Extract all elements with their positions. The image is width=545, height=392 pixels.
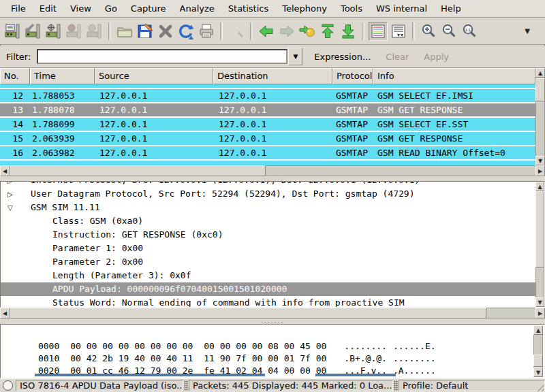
menu-go[interactable]: Go <box>98 1 124 16</box>
scroll-thumb[interactable] <box>10 308 486 318</box>
scroll-thumb[interactable] <box>535 78 545 101</box>
tree-row-length[interactable]: Length (Parameter 3): 0x0f <box>1 269 544 282</box>
tree-row-instruction[interactable]: Instruction: GET RESPONSE (0xc0) <box>1 228 544 242</box>
apply-button[interactable]: Apply <box>418 50 455 64</box>
colorize-toggle-icon[interactable] <box>369 22 388 41</box>
menu-tools[interactable]: Tools <box>334 1 369 16</box>
capture-stop-icon[interactable] <box>65 22 84 41</box>
menu-capture[interactable]: Capture <box>124 1 173 16</box>
menu-view[interactable]: View <box>63 1 98 16</box>
go-to-bottom-icon[interactable] <box>339 22 358 41</box>
autoscroll-toggle-icon[interactable] <box>389 22 408 41</box>
cell-info: GT <box>373 84 535 88</box>
menu-telephony[interactable]: Telephony <box>275 1 334 16</box>
expression-button[interactable]: Expression... <box>308 50 377 64</box>
cell-info: GSM SELECT EF.SST <box>373 118 535 131</box>
tree-row-partial[interactable]: ▷Internet Protocol, Src: 127.0.0.1 (127.… <box>1 182 544 187</box>
go-to-top-icon[interactable] <box>318 22 337 41</box>
capture-restart-icon[interactable] <box>85 22 104 41</box>
scroll-thumb[interactable] <box>10 165 266 176</box>
go-to-packet-icon[interactable] <box>298 22 317 41</box>
expert-info-icon[interactable] <box>3 380 13 391</box>
column-protocol[interactable]: Protocol <box>332 68 373 84</box>
find-packet-icon[interactable] <box>227 22 246 41</box>
filter-button[interactable]: Filter: <box>0 50 37 64</box>
column-no[interactable]: No. <box>0 68 30 84</box>
scroll-thumb[interactable] <box>535 191 544 267</box>
scroll-right-arrow[interactable]: ▶ <box>535 165 545 176</box>
toolbar-separator <box>412 22 415 40</box>
tree-row-label: Instruction: GET RESPONSE (0xc0) <box>52 229 223 240</box>
open-file-icon[interactable] <box>115 22 134 41</box>
scroll-up-arrow[interactable]: ▲ <box>535 68 545 78</box>
scroll-down-arrow[interactable]: ▼ <box>533 368 543 377</box>
tree-row-udp[interactable]: ▷User Datagram Protocol, Src Port: 52294… <box>1 187 544 201</box>
menu-analyze[interactable]: Analyze <box>173 1 221 16</box>
menu-help[interactable]: Help <box>434 1 468 16</box>
statusbar-grip-icon[interactable] <box>184 380 188 391</box>
zoom-in-icon[interactable] <box>419 22 438 41</box>
menu-ws-internal[interactable]: WS internal <box>369 1 434 16</box>
scroll-right-arrow[interactable]: ▶ <box>535 308 545 318</box>
pane-splitter[interactable]: ....... <box>0 318 545 324</box>
filter-history-dropdown[interactable]: ▼ <box>288 48 302 65</box>
column-time[interactable]: Time <box>30 68 95 84</box>
scroll-left-arrow[interactable]: ◀ <box>0 308 10 318</box>
scroll-thumb[interactable] <box>533 355 543 367</box>
filter-input[interactable] <box>37 49 287 64</box>
scroll-up-arrow[interactable]: ▲ <box>533 325 543 335</box>
tree-row-parameter1[interactable]: Parameter 1: 0x00 <box>1 242 544 255</box>
toolbar-separator <box>220 22 223 40</box>
tree-row-label: User Datagram Protocol, Src Port: 52294 … <box>31 189 415 199</box>
go-back-icon[interactable] <box>257 22 276 41</box>
cell-destination: 127.0.0.1 <box>213 132 332 145</box>
scroll-down-arrow[interactable]: ▼ <box>535 156 545 165</box>
table-row[interactable]: 12 1.788053 127.0.0.1 127.0.0.1 GSMTAP G… <box>0 89 535 103</box>
table-row-partial[interactable]: 11 1.787891 127.0.0.1 127.0.0.1 GSMTAP G… <box>0 84 535 89</box>
expander-icon[interactable]: ▷ <box>7 182 31 187</box>
print-icon[interactable] <box>197 22 216 41</box>
capture-interfaces-icon[interactable] <box>3 22 22 41</box>
save-file-icon[interactable] <box>136 22 155 41</box>
pane-splitter[interactable]: ....... <box>0 176 545 181</box>
toolbar-separator <box>108 22 111 40</box>
capture-start-icon[interactable] <box>44 22 63 41</box>
table-row[interactable]: 14 1.788099 127.0.0.1 127.0.0.1 GSMTAP G… <box>0 118 535 132</box>
table-row-selected[interactable]: 13 1.788078 127.0.0.1 127.0.0.1 GSMTAP G… <box>0 103 535 118</box>
hex-bytes: 11 90 7f 00 00 01 7f 00 <box>204 353 326 363</box>
capture-options-icon[interactable] <box>24 22 43 41</box>
hexdump-row[interactable]: 000000 00 00 00 00 00 00 0000 00 00 00 0… <box>1 328 544 340</box>
scroll-left-arrow[interactable]: ◀ <box>0 165 10 176</box>
statusbar-grip-icon[interactable] <box>394 380 398 391</box>
tree-row-gsm-sim[interactable]: ▽GSM SIM 11.11 <box>1 201 544 214</box>
column-info[interactable]: Info <box>373 68 535 84</box>
tree-row-status-word[interactable]: Status Word: Normal ending of command wi… <box>1 296 544 308</box>
status-profile[interactable]: Profile: Default <box>399 380 545 391</box>
expander-icon[interactable]: ▷ <box>7 188 31 201</box>
tree-row-apdu-payload-selected[interactable]: APDU Payload: 000000096f0704001500150102… <box>1 282 544 296</box>
table-row[interactable]: 16 2.063982 127.0.0.1 127.0.0.1 GSMTAP G… <box>0 146 535 161</box>
close-file-icon[interactable] <box>156 22 175 41</box>
clear-button[interactable]: Clear <box>379 50 415 64</box>
cell-time: 1.788078 <box>30 103 95 116</box>
scroll-down-arrow[interactable]: ▼ <box>535 297 544 307</box>
go-forward-icon[interactable] <box>277 22 296 41</box>
menu-edit[interactable]: Edit <box>33 1 63 16</box>
expander-icon[interactable]: ▽ <box>7 201 31 214</box>
menu-file[interactable]: File <box>4 1 33 16</box>
scroll-up-arrow[interactable]: ▲ <box>535 182 544 191</box>
toolbar-overflow-icon[interactable]: ▼ <box>518 22 537 41</box>
cell-info: GSM READ BINARY Offset=0 <box>373 146 535 159</box>
zoom-normal-icon[interactable]: 1:1 <box>460 22 479 41</box>
menu-statistics[interactable]: Statistics <box>221 1 275 16</box>
splitter-grip-icon: ....... <box>261 319 284 323</box>
cell-protocol: GSMTAP <box>332 118 373 131</box>
reload-icon[interactable] <box>176 22 196 41</box>
tree-row-parameter2[interactable]: Parameter 2: 0x00 <box>1 255 544 269</box>
table-row[interactable]: 15 2.063939 127.0.0.1 127.0.0.1 GSMTAP G… <box>0 132 535 146</box>
cell-no: 14 <box>0 118 30 131</box>
tree-row-class[interactable]: Class: GSM (0xa0) <box>1 214 544 228</box>
zoom-out-icon[interactable] <box>439 22 458 41</box>
column-destination[interactable]: Destination <box>213 68 332 84</box>
column-source[interactable]: Source <box>95 68 213 84</box>
